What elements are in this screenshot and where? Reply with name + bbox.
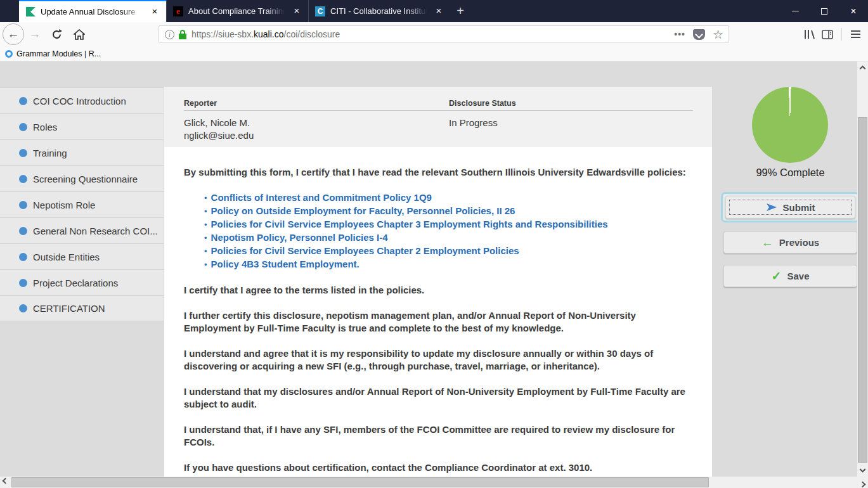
divider	[449, 110, 693, 111]
policy-link-conflicts-of-interest[interactable]: Conflicts of Interest and Commitment Pol…	[211, 192, 432, 203]
disclosure-step-nav: COI COC Introduction Roles Training Scre…	[0, 87, 164, 321]
sidebar-item-screening-questionnaire[interactable]: Screening Questionnaire	[0, 165, 164, 191]
page-info-icon[interactable]: i	[165, 30, 174, 39]
tab-close-icon[interactable]: ×	[290, 5, 303, 18]
maximize-icon	[821, 8, 827, 15]
page-actions-icon[interactable]: •••	[674, 29, 685, 39]
scroll-left-button[interactable]	[0, 477, 11, 488]
scroll-right-button[interactable]	[857, 477, 868, 488]
compliance-site-icon: e	[173, 6, 183, 16]
library-icon	[804, 29, 815, 39]
secure-lock-icon[interactable]	[179, 30, 186, 39]
kuali-logo-icon	[25, 7, 36, 17]
previous-button[interactable]: ← Previous	[723, 231, 857, 254]
pocket-icon[interactable]	[693, 29, 705, 40]
bookmark-star-icon[interactable]: ☆	[713, 29, 723, 41]
sidebar-item-coi-coc-introduction[interactable]: COI COC Introduction	[0, 87, 164, 113]
certification-text: By submitting this form, I certify that …	[164, 147, 712, 474]
sidebar-item-nepotism-role[interactable]: Nepotism Role	[0, 191, 164, 217]
menu-button[interactable]	[847, 27, 864, 42]
policy-list-item: •Policy on Outside Employment for Facult…	[204, 205, 693, 218]
policy-list-item: •Policies for Civil Service Employees Ch…	[204, 218, 693, 231]
home-icon	[74, 29, 85, 40]
scroll-up-button[interactable]	[857, 61, 868, 72]
toolbar-divider	[841, 28, 842, 41]
scroll-down-button[interactable]	[857, 466, 868, 477]
tab-about-compliance-training[interactable]: e About Compliance Training - In ×	[166, 0, 308, 22]
minimize-icon	[792, 11, 799, 11]
step-dot-icon	[19, 227, 27, 235]
titlebar: Update Annual Disclosure × e About Compl…	[0, 0, 868, 22]
chevron-left-icon	[3, 477, 9, 484]
save-button[interactable]: ✓ Save	[723, 265, 857, 287]
horizontal-scrollbar[interactable]	[0, 477, 868, 488]
policy-link-outside-employment[interactable]: Policy on Outside Employment for Faculty…	[211, 205, 515, 216]
reporter-name: Glick, Nicole M.	[184, 117, 476, 129]
certification-paragraph: I further certify this disclosure, nepot…	[184, 309, 693, 335]
horizontal-scrollbar-thumb[interactable]	[11, 477, 709, 487]
library-button[interactable]	[801, 25, 819, 43]
tab-title: About Compliance Training - In	[188, 6, 288, 16]
certification-paragraph: I understand that, if I have any SFI, me…	[184, 423, 693, 449]
chevron-up-icon	[860, 65, 866, 72]
policy-link-civil-service-ch2[interactable]: Policies for Civil Service Employees Cha…	[211, 245, 519, 256]
forward-button[interactable]: →	[26, 25, 44, 43]
previous-label: Previous	[779, 237, 819, 248]
step-dot-icon	[19, 304, 27, 312]
disclosure-status-value: In Progress	[449, 117, 693, 129]
certification-paragraph: I understand and agree that it is my res…	[184, 347, 693, 373]
browser-window: Update Annual Disclosure × e About Compl…	[0, 0, 868, 488]
tab-update-annual-disclosure[interactable]: Update Annual Disclosure ×	[19, 0, 166, 22]
submit-label: Submit	[783, 202, 815, 213]
tab-close-icon[interactable]: ×	[148, 6, 161, 18]
progress-pie-chart	[752, 87, 828, 163]
policy-link-student-employment[interactable]: Policy 4B3 Student Employment.	[211, 259, 360, 269]
tab-title: Update Annual Disclosure	[41, 7, 146, 16]
policy-link-list: •Conflicts of Interest and Commitment Po…	[204, 191, 693, 271]
divider	[184, 110, 476, 111]
policy-list-item: •Nepotism Policy, Personnel Policies I-4	[204, 231, 693, 245]
vertical-scrollbar[interactable]	[857, 61, 868, 477]
new-tab-button[interactable]: +	[450, 0, 470, 22]
minimize-button[interactable]	[781, 0, 810, 22]
reporter-email: nglick@siue.edu	[184, 129, 476, 142]
tab-close-icon[interactable]: ×	[432, 5, 445, 18]
step-dot-icon	[19, 253, 27, 261]
submit-focus-ring: Submit	[721, 192, 857, 222]
sidebar-item-roles[interactable]: Roles	[0, 113, 164, 139]
citi-logo-icon: C	[315, 6, 325, 16]
tab-title: CITI - Collaborative Institutiona	[330, 6, 430, 16]
url-text[interactable]: https://siue-sbx.kuali.co/coi/disclosure	[191, 29, 674, 39]
certification-paragraph: I understand that my disclosures and/or …	[184, 385, 693, 411]
submit-button[interactable]: Submit	[725, 196, 855, 219]
sidebar-item-certification[interactable]: CERTIFICATION	[0, 295, 164, 321]
check-icon: ✓	[772, 270, 782, 282]
tab-citi[interactable]: C CITI - Collaborative Institutiona ×	[308, 0, 450, 22]
disclosure-status-label: Disclosure Status	[449, 87, 693, 108]
back-button[interactable]: ←	[3, 23, 24, 45]
policy-link-nepotism-policy[interactable]: Nepotism Policy, Personnel Policies I-4	[211, 232, 388, 243]
close-button[interactable]: ×	[839, 0, 868, 22]
sidebar-item-training[interactable]: Training	[0, 139, 164, 165]
window-controls: ×	[781, 0, 868, 22]
step-dot-icon	[19, 279, 27, 287]
arrow-left-icon: ←	[761, 236, 774, 248]
sidebar-item-general-non-research-coi[interactable]: General Non Research COI...	[0, 217, 164, 243]
home-button[interactable]	[70, 25, 88, 43]
sidebar-toggle-button[interactable]	[819, 25, 836, 43]
policy-list-item: •Conflicts of Interest and Commitment Po…	[204, 191, 693, 205]
maximize-button[interactable]	[810, 0, 839, 22]
step-dot-icon	[19, 97, 27, 105]
sidebar-item-outside-entities[interactable]: Outside Entities	[0, 243, 164, 269]
address-bar[interactable]: i https://siue-sbx.kuali.co/coi/disclosu…	[159, 25, 729, 43]
sidebar-item-project-declarations[interactable]: Project Declarations	[0, 269, 164, 295]
policy-list-item: •Policies for Civil Service Employees Ch…	[204, 245, 693, 258]
reporter-label: Reporter	[184, 87, 476, 108]
policy-link-civil-service-ch3[interactable]: Policies for Civil Service Employees Cha…	[211, 219, 608, 229]
send-icon	[766, 203, 777, 212]
reload-button[interactable]	[48, 25, 65, 43]
save-label: Save	[787, 271, 809, 281]
bookmark-grammar-modules[interactable]: Grammar Modules | R...	[5, 49, 101, 58]
vertical-scrollbar-thumb[interactable]	[858, 117, 867, 463]
chevron-down-icon	[860, 466, 866, 473]
